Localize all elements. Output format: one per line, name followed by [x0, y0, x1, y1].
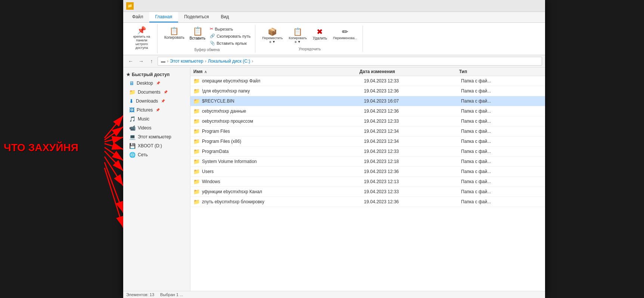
- cut-button[interactable]: ✂ Вырезать: [208, 26, 252, 32]
- quick-access-header[interactable]: ★ Быстрый доступ: [123, 70, 190, 79]
- tab-share[interactable]: Поделиться: [178, 12, 215, 22]
- ribbon-content: 📌 крепить на панели ыстрого доступа 📋 Ко…: [123, 23, 545, 55]
- copy-path-button[interactable]: 🔗 Скопировать путь: [208, 33, 252, 39]
- table-row[interactable]: 📁 операции ebycmxhsxp Файл 19.04.2023 12…: [190, 76, 545, 86]
- file-name-0: операции ebycmxhsxp Файл: [202, 78, 364, 84]
- table-row[interactable]: 📁 cebycmxhsxp данные 19.04.2023 12:36 Па…: [190, 106, 545, 116]
- file-name-3: cebycmxhsxp данные: [202, 109, 364, 114]
- rename-button[interactable]: ✏ Переименова...: [331, 26, 360, 41]
- table-row[interactable]: 📁 уфункции ebycmxhsxp Канал 19.04.2023 1…: [190, 187, 545, 197]
- clipboard-small-group: ✂ Вырезать 🔗 Скопировать путь 📎 Вставить…: [208, 26, 252, 46]
- table-row[interactable]: 📁 !для ebycmxhsxp папку 19.04.2023 12:36…: [190, 86, 545, 96]
- paste-shortcut-button[interactable]: 📎 Вставить ярлык: [208, 40, 252, 46]
- videos-icon: 📹: [129, 125, 136, 131]
- arrows-overlay: [0, 0, 123, 298]
- sidebar-item-pictures[interactable]: 🖼 Pictures: [123, 106, 190, 115]
- table-row[interactable]: 📁 System Volume Information 19.04.2023 1…: [190, 157, 545, 167]
- rename-icon: ✏: [342, 28, 348, 35]
- svg-line-6: [105, 157, 123, 186]
- file-name-4: oebycmxhsxp процессом: [202, 119, 364, 124]
- documents-label: Documents: [138, 90, 161, 95]
- sidebar-item-this-computer[interactable]: 💻 Этот компьютер: [123, 132, 190, 141]
- address-bar-row: ← → ↑ ▬ › Этот компьютер › Локальный дис…: [123, 55, 545, 68]
- sidebar-item-xboot[interactable]: 💾 XBOOT (D:): [123, 141, 190, 150]
- paste-label: Вставить: [190, 36, 205, 40]
- this-computer-label: Этот компьютер: [138, 134, 171, 139]
- xboot-icon: 💾: [129, 143, 136, 149]
- col-header-date[interactable]: Дата изменения: [360, 69, 459, 74]
- move-button[interactable]: 📦 Переместитьв ▼: [260, 26, 285, 45]
- file-name-6: Program Files (x86): [202, 139, 364, 144]
- file-icon-8: 📁: [193, 159, 200, 164]
- file-date-9: 19.04.2023 12:36: [364, 169, 461, 174]
- address-box[interactable]: ▬ › Этот компьютер › Локальный диск (C:)…: [158, 57, 542, 66]
- sidebar-item-network[interactable]: 🌐 Сеть: [123, 150, 190, 159]
- delete-icon: ✖: [317, 28, 323, 35]
- file-name-10: Windows: [202, 179, 364, 184]
- table-row[interactable]: 📁 znуть ebycmxhsxp блокировку 19.04.2023…: [190, 197, 545, 207]
- copy-label: Копировать: [164, 35, 184, 40]
- file-name-12: znуть ebycmxhsxp блокировку: [202, 199, 364, 204]
- file-list-area: Имя ∧ Дата изменения Тип 📁 операции ebyc…: [190, 68, 545, 291]
- window-icon: 📁: [126, 2, 134, 10]
- desktop-label: Desktop: [137, 81, 153, 86]
- file-icon-5: 📁: [193, 128, 200, 134]
- sidebar-item-documents[interactable]: 📁 Documents: [123, 88, 190, 97]
- pictures-label: Pictures: [137, 107, 153, 113]
- table-row[interactable]: 📁 ProgramData 19.04.2023 12:33 Папка с ф…: [190, 147, 545, 157]
- table-row[interactable]: 📁 $RECYCLE.BIN 19.04.2023 16:07 Папка с …: [190, 96, 545, 106]
- copy-to-label: Копироватьв ▼: [289, 36, 307, 44]
- file-type-11: Папка с фай...: [461, 189, 542, 194]
- table-row[interactable]: 📁 oebycmxhsxp процессом 19.04.2023 12:33…: [190, 116, 545, 126]
- copy-button[interactable]: 📋 Копировать: [162, 26, 187, 41]
- file-icon-6: 📁: [193, 138, 200, 144]
- file-date-6: 19.04.2023 12:34: [364, 139, 461, 144]
- file-date-11: 19.04.2023 12:33: [364, 189, 461, 194]
- paste-shortcut-label: Вставить ярлык: [217, 41, 247, 46]
- table-row[interactable]: 📁 Users 19.04.2023 12:36 Папка с фай...: [190, 167, 545, 177]
- file-type-6: Папка с фай...: [461, 139, 542, 144]
- status-bar: Элементов: 13 Выбран 1 ...: [123, 291, 545, 298]
- address-this-computer[interactable]: Этот компьютер: [170, 59, 203, 64]
- pictures-icon: 🖼: [129, 107, 134, 113]
- tab-home[interactable]: Главная: [149, 12, 178, 22]
- file-name-9: Users: [202, 169, 364, 174]
- ribbon-tabs: Файл Главная Поделиться Вид: [123, 12, 545, 23]
- sidebar-item-desktop[interactable]: 🖥 Desktop: [123, 79, 190, 88]
- paste-button[interactable]: 📋 Вставить: [188, 26, 207, 41]
- file-type-0: Папка с фай...: [461, 78, 542, 84]
- file-type-10: Папка с фай...: [461, 179, 542, 184]
- network-icon: 🌐: [129, 152, 136, 158]
- xboot-label: XBOOT (D:): [138, 143, 162, 148]
- forward-button[interactable]: →: [137, 57, 146, 66]
- delete-button[interactable]: ✖ Удалить: [311, 26, 329, 42]
- table-row[interactable]: 📁 Windows 19.04.2023 12:13 Папка с фай..…: [190, 177, 545, 187]
- address-chevron-2: ›: [252, 59, 253, 64]
- paste-icon: 📋: [193, 26, 203, 36]
- pin-button[interactable]: 📌 крепить на панели ыстрого доступа: [129, 25, 154, 51]
- this-computer-icon: 💻: [129, 134, 136, 140]
- tab-file[interactable]: Файл: [126, 12, 149, 22]
- table-row[interactable]: 📁 Program Files (x86) 19.04.2023 12:34 П…: [190, 137, 545, 147]
- col-header-name[interactable]: Имя ∧: [193, 69, 360, 74]
- move-icon: 📦: [268, 28, 277, 35]
- sidebar-item-videos[interactable]: 📹 Videos: [123, 123, 190, 132]
- tab-view[interactable]: Вид: [215, 12, 235, 22]
- file-date-0: 19.04.2023 12:33: [364, 78, 461, 84]
- address-local-disk[interactable]: Локальный диск (C:): [208, 59, 251, 64]
- file-list-header: Имя ∧ Дата изменения Тип: [190, 68, 545, 76]
- back-button[interactable]: ←: [126, 57, 135, 66]
- copy-to-button[interactable]: 📋 Копироватьв ▼: [286, 26, 309, 45]
- file-date-12: 19.04.2023 12:36: [364, 199, 461, 204]
- svg-line-2: [105, 137, 123, 142]
- quick-access-label: Быстрый доступ: [132, 72, 169, 77]
- sidebar-item-music[interactable]: 🎵 Music: [123, 115, 190, 123]
- sidebar-item-downloads[interactable]: ⬇ Downloads: [123, 97, 190, 106]
- cut-icon: ✂: [210, 26, 213, 31]
- table-row[interactable]: 📁 Program Files 19.04.2023 12:34 Папка с…: [190, 126, 545, 137]
- up-button[interactable]: ↑: [147, 57, 156, 66]
- file-date-2: 19.04.2023 16:07: [364, 98, 461, 104]
- file-icon-11: 📁: [193, 189, 200, 195]
- col-header-type[interactable]: Тип: [459, 69, 542, 74]
- file-icon-2: 📁: [193, 98, 200, 104]
